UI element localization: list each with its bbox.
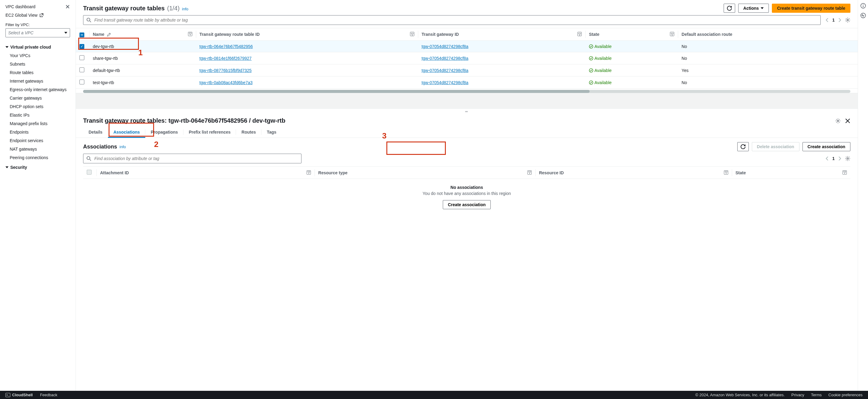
refresh-button[interactable] <box>724 4 735 13</box>
row-checkbox[interactable]: ✓ <box>80 44 84 49</box>
table-row[interactable]: test-tgw-rtbtgw-rtb-0ab08ac43fd6be7a3tgw… <box>76 77 858 89</box>
settings-icon[interactable] <box>845 17 850 23</box>
sidebar-link[interactable]: Carrier gateways <box>5 94 70 102</box>
transit-gateway-id-link[interactable]: tgw-07054d8274298cf8a <box>422 80 468 85</box>
prev-page-icon[interactable] <box>826 18 829 22</box>
sidebar-link[interactable]: Internet gateways <box>5 77 70 85</box>
sort-icon[interactable]: ▽ <box>188 32 192 36</box>
sort-icon[interactable]: ▽ <box>410 32 414 36</box>
page-number: 1 <box>832 18 835 23</box>
actions-button[interactable]: Actions <box>738 4 769 13</box>
diagnostics-icon[interactable] <box>860 13 866 18</box>
check-circle-icon <box>589 81 593 85</box>
panel-drag-handle[interactable]: ═ <box>76 108 858 114</box>
transit-gateway-id-link[interactable]: tgw-07054d8274298cf8a <box>422 68 468 73</box>
tab-routes[interactable]: Routes <box>236 126 261 138</box>
close-panel-icon[interactable] <box>845 118 850 123</box>
sidebar-link[interactable]: Managed prefix lists <box>5 119 70 128</box>
refresh-associations-button[interactable] <box>737 142 749 151</box>
section-security[interactable]: Security <box>5 162 70 172</box>
sidebar-link[interactable]: Peering connections <box>5 153 70 162</box>
info-icon[interactable] <box>860 3 866 8</box>
sort-icon[interactable]: ▽ <box>578 32 582 36</box>
route-table-id-link[interactable]: tgw-rtb-064e76b67f5482956 <box>199 44 253 49</box>
sidebar-link[interactable]: NAT gateways <box>5 145 70 153</box>
sidebar-link[interactable]: Your VPCs <box>5 51 70 60</box>
sort-icon[interactable]: ▽ <box>724 170 728 175</box>
sidebar-link[interactable]: Route tables <box>5 68 70 77</box>
select-all-checkbox[interactable] <box>80 32 84 37</box>
svg-point-8 <box>847 158 848 160</box>
sort-icon[interactable]: ▽ <box>670 32 674 36</box>
privacy-link[interactable]: Privacy <box>791 393 804 397</box>
external-link-icon <box>39 13 44 17</box>
ec2-global-view-link[interactable]: EC2 Global View <box>5 11 70 20</box>
check-circle-icon <box>589 68 593 73</box>
caret-down-icon <box>761 7 764 9</box>
sidebar: VPC dashboard EC2 Global View Filter by … <box>0 0 76 391</box>
refresh-icon <box>727 6 732 11</box>
next-page-icon[interactable] <box>838 156 841 161</box>
empty-state-title: No associations <box>83 185 850 190</box>
cookie-preferences-link[interactable]: Cookie preferences <box>828 393 863 397</box>
tab-tags[interactable]: Tags <box>261 126 282 138</box>
table-row[interactable]: ✓dev-tgw-rtbtgw-rtb-064e76b67f5482956tgw… <box>76 41 858 52</box>
close-sidebar-icon[interactable] <box>65 4 70 9</box>
sidebar-link[interactable]: Egress-only internet gateways <box>5 85 70 94</box>
section-virtual-private-cloud[interactable]: Virtual private cloud <box>5 41 70 51</box>
route-table-id-link[interactable]: tgw-rtb-08776b15fbf9d7325 <box>199 68 252 73</box>
prev-page-icon[interactable] <box>826 156 829 161</box>
cell-name: share-tgw-rtb <box>89 52 196 64</box>
svg-point-1 <box>847 20 848 21</box>
row-checkbox[interactable] <box>80 67 84 72</box>
refresh-icon <box>741 144 745 149</box>
edit-icon[interactable] <box>107 32 111 37</box>
sidebar-link[interactable]: Elastic IPs <box>5 111 70 119</box>
search-associations-input[interactable] <box>83 154 302 163</box>
tab-prefix-list-references[interactable]: Prefix list references <box>184 126 236 138</box>
search-route-tables-input[interactable] <box>83 15 821 25</box>
info-link[interactable]: info <box>182 7 188 11</box>
tab-associations[interactable]: Associations <box>108 126 145 138</box>
create-association-button[interactable]: Create association <box>803 142 851 151</box>
svg-point-6 <box>837 120 839 121</box>
transit-gateway-id-link[interactable]: tgw-07054d8274298cf8a <box>422 56 468 61</box>
cell-default-assoc: Yes <box>678 64 858 77</box>
sidebar-link[interactable]: DHCP option sets <box>5 102 70 111</box>
tab-propagations[interactable]: Propagations <box>145 126 183 138</box>
sort-icon[interactable]: ▽ <box>527 170 532 175</box>
route-table-id-link[interactable]: tgw-rtb-0ab08ac43fd6be7a3 <box>199 80 253 85</box>
transit-gateway-id-link[interactable]: tgw-07054d8274298cf8a <box>422 44 468 49</box>
footer: >_ CloudShell Feedback © 2024, Amazon We… <box>0 391 868 399</box>
cloudshell-button[interactable]: >_ CloudShell <box>5 393 33 397</box>
horizontal-scrollbar[interactable] <box>83 90 850 93</box>
route-table-id-link[interactable]: tgw-rtb-0814e1f66f2679927 <box>199 56 252 61</box>
sidebar-link[interactable]: Subnets <box>5 60 70 68</box>
vpc-filter-select[interactable]: Select a VPC <box>5 28 70 37</box>
sort-icon[interactable]: ▽ <box>307 170 311 175</box>
feedback-link[interactable]: Feedback <box>40 393 57 397</box>
svg-point-0 <box>87 18 90 21</box>
terms-link[interactable]: Terms <box>811 393 822 397</box>
sort-icon[interactable]: ▽ <box>842 170 847 175</box>
search-icon <box>87 18 91 23</box>
row-checkbox[interactable] <box>80 55 84 60</box>
row-checkbox[interactable] <box>80 80 84 84</box>
info-link[interactable]: info <box>120 145 126 149</box>
table-row[interactable]: default-tgw-rtbtgw-rtb-08776b15fbf9d7325… <box>76 64 858 77</box>
settings-icon[interactable] <box>835 118 841 123</box>
create-association-empty-button[interactable]: Create association <box>443 200 491 209</box>
create-route-table-button[interactable]: Create transit gateway route table <box>772 4 850 13</box>
settings-icon[interactable] <box>845 156 850 161</box>
sidebar-link[interactable]: Endpoints <box>5 128 70 136</box>
state-badge: Available <box>589 56 674 61</box>
select-all-checkbox[interactable] <box>87 170 92 175</box>
associations-table: Attachment ID▽ Resource type▽ Resource I… <box>83 166 850 179</box>
tab-details[interactable]: Details <box>83 126 108 138</box>
vpc-dashboard-link[interactable]: VPC dashboard <box>5 4 35 9</box>
svg-point-7 <box>87 157 90 160</box>
page-number: 1 <box>832 156 835 161</box>
table-row[interactable]: share-tgw-rtbtgw-rtb-0814e1f66f2679927tg… <box>76 52 858 64</box>
sidebar-link[interactable]: Endpoint services <box>5 136 70 145</box>
next-page-icon[interactable] <box>838 18 841 22</box>
